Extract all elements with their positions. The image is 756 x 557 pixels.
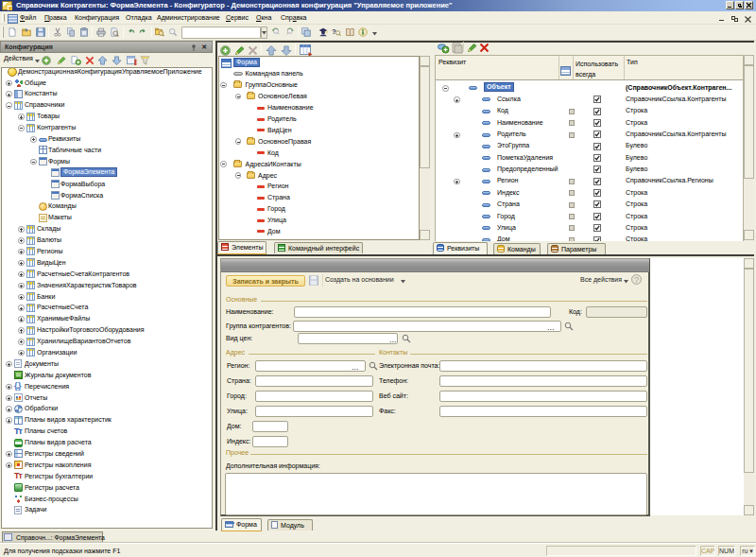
svg-text:?: ?	[332, 27, 336, 36]
